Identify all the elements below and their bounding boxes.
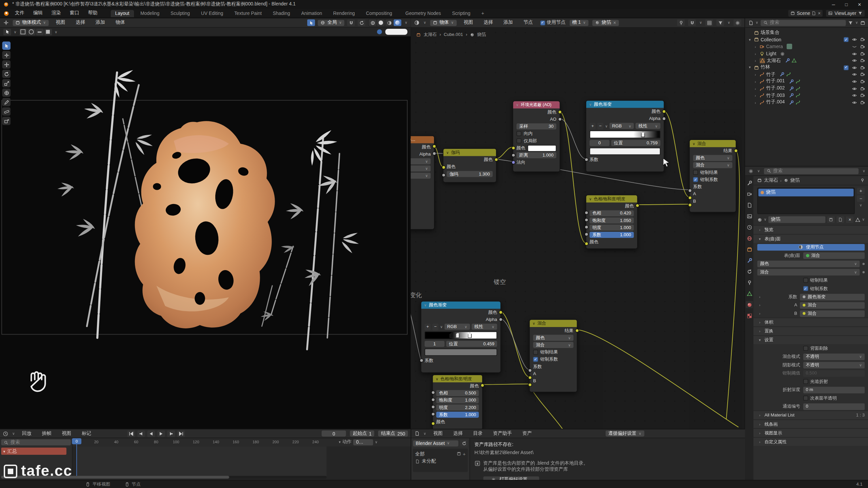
socket-color-out[interactable] [662, 109, 666, 113]
tab-output[interactable] [746, 201, 753, 208]
ao-color-swatch[interactable] [528, 145, 556, 151]
editor-type-icon[interactable] [3, 20, 9, 25]
ramp-gradient-bar[interactable] [590, 130, 660, 138]
outliner-row-collection[interactable]: ▾ Collection ✓ [747, 36, 867, 43]
minimize-button[interactable]: ─ [832, 2, 835, 7]
socket-color-out[interactable] [494, 158, 498, 161]
render-visibility-icon[interactable] [860, 72, 865, 77]
shader-menu-node[interactable]: 节点 [520, 19, 536, 26]
ramp-options-chevron[interactable]: ∨ [605, 124, 608, 128]
catalog-all[interactable]: 全部 + [415, 450, 466, 458]
socket-alpha-out[interactable] [662, 117, 666, 120]
eye-icon[interactable] [852, 51, 857, 56]
transform-tool[interactable] [2, 88, 11, 97]
snap-toggle[interactable] [347, 19, 355, 26]
eye-icon[interactable] [852, 93, 857, 98]
tab-object[interactable] [746, 246, 753, 253]
ramp-stop-black[interactable] [449, 332, 453, 338]
socket-value-in[interactable] [431, 405, 435, 409]
tab-world[interactable] [746, 235, 753, 242]
socket-factor-in[interactable] [584, 158, 588, 161]
node-mix-2[interactable]: ∨混合 结果 颜色∨ 混合∨ 钳制结果 ✓钳制系数 系数 A B [529, 319, 577, 392]
tab-compositing[interactable]: Compositing [361, 10, 396, 17]
outliner-row-bamboo-0[interactable]: › 竹子 [747, 71, 867, 78]
ramp-remove-stop-button[interactable]: − [597, 123, 604, 129]
use-nodes-checkbox[interactable]: ✓ [540, 20, 545, 25]
ramp-options-chevron[interactable]: ∨ [440, 325, 443, 329]
outliner-row-bamboo-2[interactable]: › 竹子.002 [747, 85, 867, 92]
timeline-menu-playback[interactable]: 回放 [19, 430, 35, 437]
playhead-handle[interactable]: 0 [72, 438, 81, 444]
clamp-factor-checkbox[interactable]: ✓ [693, 177, 698, 182]
refraction-depth-field[interactable]: 0 m [803, 386, 865, 393]
tab-scene[interactable] [746, 224, 753, 231]
socket-normal-in[interactable] [511, 160, 515, 164]
clamp-result-checkbox[interactable] [693, 170, 698, 175]
socket-color-in[interactable] [431, 422, 435, 425]
outliner-row-bamboo-1[interactable]: › 竹子.001 [747, 78, 867, 85]
tab-texture[interactable] [746, 312, 753, 319]
backface-culling-checkbox[interactable] [803, 346, 808, 351]
socket-factor-in[interactable] [688, 189, 692, 192]
ramp-stop-white[interactable] [468, 332, 472, 338]
ramp-interp-dropdown[interactable]: 线性∨ [636, 123, 660, 129]
snap-node-toggle[interactable] [688, 19, 696, 26]
tab-constraints[interactable] [746, 279, 753, 286]
slot-specials-chevron[interactable]: ∨ [857, 203, 865, 207]
shader-menu-select[interactable]: 选择 [480, 19, 496, 26]
node-color-ramp-2[interactable]: ∨颜色渐变 颜色 Alpha + − ∨ RGB∨ 线性∨ 1 位置0. [421, 301, 501, 373]
viewport-menu-object[interactable]: 物体 [112, 19, 128, 26]
summary-channel[interactable]: ▾汇总 [1, 448, 66, 455]
panel-lineart[interactable]: ›线条画 [753, 420, 868, 428]
ramp-add-stop-button[interactable]: + [590, 123, 596, 129]
material-name-field[interactable]: 烧箔 [768, 216, 826, 223]
prev-keyframe-button[interactable] [137, 430, 145, 437]
tab-modeling[interactable]: Modeling [136, 10, 164, 17]
b-link-field[interactable]: 混合 [800, 310, 865, 317]
eye-icon[interactable] [852, 86, 857, 91]
socket-color-in[interactable] [584, 242, 588, 245]
render-visibility-icon[interactable] [860, 65, 865, 70]
frame-end-field[interactable]: 结束点250 [378, 430, 408, 436]
clamp-factor-checkbox[interactable]: ✓ [803, 286, 808, 291]
mix-type-dropdown[interactable]: 颜色∨ [693, 155, 732, 161]
copy-material-icon[interactable] [836, 216, 844, 223]
unlink-material-icon[interactable]: × [846, 216, 854, 223]
panel-all-material-list[interactable]: ›All Material List1 : 3 [753, 410, 868, 419]
menu-window[interactable]: 窗口 [66, 10, 82, 17]
shading-options-chevron[interactable]: ∨ [405, 20, 408, 25]
socket-factor-in[interactable] [431, 412, 435, 416]
node-mix-1[interactable]: ∨混合 结果 颜色∨ 混合∨ 钳制结果 ✓钳制系数 系数 A B [689, 139, 736, 212]
tab-scripting[interactable]: Scripting [448, 10, 475, 17]
ramp-stop-position[interactable]: 位置0.759 [611, 140, 660, 146]
action-channel[interactable]: ▾动作 0…∨ [339, 439, 377, 446]
outliner-row-rock[interactable]: › 太湖石 [747, 57, 867, 64]
tab-layout[interactable]: Layout [111, 10, 134, 17]
menu-render[interactable]: 渲染 [48, 10, 64, 17]
socket-color-out[interactable] [558, 110, 561, 114]
socket-color-out[interactable] [635, 204, 639, 207]
shader-editor-icon[interactable] [414, 20, 419, 25]
use-nodes-button[interactable]: 使用节点 [757, 244, 865, 250]
shading-wireframe-button[interactable] [369, 19, 377, 26]
ramp-add-stop-button[interactable]: + [425, 323, 431, 330]
eye-icon[interactable] [852, 72, 857, 77]
only-local-checkbox[interactable] [516, 138, 521, 143]
raytrace-refraction-checkbox[interactable] [803, 379, 808, 384]
viewport-menu-view[interactable]: 视图 [53, 19, 68, 26]
tab-uv-editing[interactable]: UV Editing [197, 10, 228, 17]
mix-blend-dropdown[interactable]: 混合∨ [757, 269, 860, 276]
render-visibility-icon[interactable] [860, 44, 865, 49]
slot-dropdown[interactable]: 槽 1∨ [569, 20, 588, 26]
shading-material-button[interactable] [386, 19, 393, 26]
filter-funnel-icon[interactable] [716, 19, 724, 26]
eye-icon[interactable] [852, 100, 857, 105]
select-box-tool[interactable] [2, 41, 11, 49]
active-tool-icon[interactable] [3, 28, 11, 35]
add-slot-button[interactable]: + [857, 187, 865, 194]
ramp-mode-dropdown[interactable]: RGB∨ [609, 123, 634, 129]
measure-tool[interactable] [2, 107, 11, 116]
close-button[interactable]: ✕ [857, 2, 861, 7]
eye-closed-icon[interactable] [852, 44, 857, 49]
ramp-remove-stop-button[interactable]: − [432, 323, 438, 330]
